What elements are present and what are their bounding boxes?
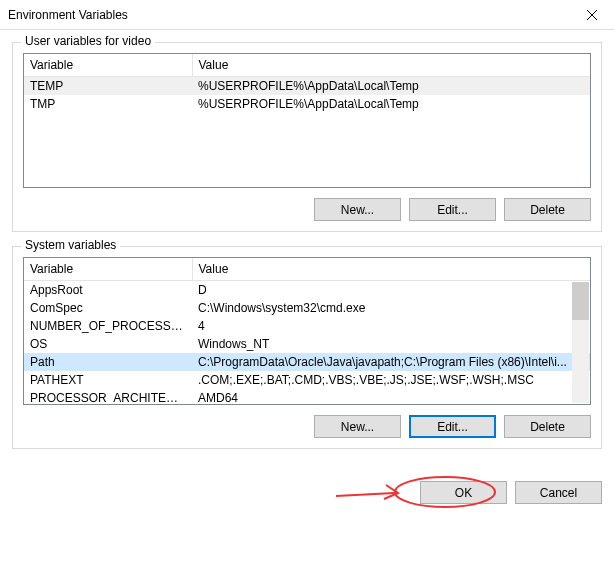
close-icon — [587, 10, 597, 20]
col-header-value[interactable]: Value — [192, 258, 590, 281]
col-header-variable[interactable]: Variable — [24, 258, 192, 281]
var-value-cell: D — [192, 281, 590, 300]
svg-line-2 — [336, 493, 394, 496]
col-header-value[interactable]: Value — [192, 54, 590, 77]
user-table-header-row[interactable]: Variable Value — [24, 54, 590, 77]
system-scrollbar[interactable] — [572, 282, 589, 403]
var-value-cell: .COM;.EXE;.BAT;.CMD;.VBS;.VBE;.JS;.JSE;.… — [192, 371, 590, 389]
system-variables-table[interactable]: Variable Value AppsRootDComSpecC:\Window… — [23, 257, 591, 405]
titlebar: Environment Variables — [0, 0, 614, 30]
window-title: Environment Variables — [8, 8, 569, 22]
system-group-label: System variables — [21, 238, 120, 252]
table-row[interactable]: ComSpecC:\Windows\system32\cmd.exe — [24, 299, 590, 317]
dialog-content: User variables for video Variable Value … — [0, 30, 614, 475]
system-buttons-row: New... Edit... Delete — [23, 415, 591, 438]
system-variables-group: System variables Variable Value AppsRoot… — [12, 246, 602, 449]
table-row[interactable]: NUMBER_OF_PROCESSORS4 — [24, 317, 590, 335]
ok-button[interactable]: OK — [420, 481, 507, 504]
close-button[interactable] — [569, 0, 614, 30]
table-row[interactable]: TEMP%USERPROFILE%\AppData\Local\Temp — [24, 77, 590, 96]
table-row[interactable]: PathC:\ProgramData\Oracle\Java\javapath;… — [24, 353, 590, 371]
user-variables-table[interactable]: Variable Value TEMP%USERPROFILE%\AppData… — [23, 53, 591, 188]
system-new-button[interactable]: New... — [314, 415, 401, 438]
table-row[interactable]: PROCESSOR_ARCHITECTUREAMD64 — [24, 389, 590, 405]
var-name-cell: AppsRoot — [24, 281, 192, 300]
var-value-cell: C:\ProgramData\Oracle\Java\javapath;C:\P… — [192, 353, 590, 371]
table-row[interactable]: PATHEXT.COM;.EXE;.BAT;.CMD;.VBS;.VBE;.JS… — [24, 371, 590, 389]
system-delete-button[interactable]: Delete — [504, 415, 591, 438]
col-header-variable[interactable]: Variable — [24, 54, 192, 77]
user-buttons-row: New... Edit... Delete — [23, 198, 591, 221]
var-name-cell: OS — [24, 335, 192, 353]
var-name-cell: ComSpec — [24, 299, 192, 317]
var-name-cell: Path — [24, 353, 192, 371]
var-value-cell: %USERPROFILE%\AppData\Local\Temp — [192, 95, 590, 113]
scrollbar-thumb[interactable] — [572, 282, 589, 320]
var-name-cell: PROCESSOR_ARCHITECTURE — [24, 389, 192, 405]
table-row[interactable]: OSWindows_NT — [24, 335, 590, 353]
var-value-cell: 4 — [192, 317, 590, 335]
var-name-cell: TEMP — [24, 77, 192, 96]
var-value-cell: AMD64 — [192, 389, 590, 405]
system-table-header-row[interactable]: Variable Value — [24, 258, 590, 281]
table-row[interactable]: TMP%USERPROFILE%\AppData\Local\Temp — [24, 95, 590, 113]
table-row[interactable]: AppsRootD — [24, 281, 590, 300]
var-name-cell: PATHEXT — [24, 371, 192, 389]
var-value-cell: %USERPROFILE%\AppData\Local\Temp — [192, 77, 590, 96]
var-name-cell: TMP — [24, 95, 192, 113]
user-delete-button[interactable]: Delete — [504, 198, 591, 221]
cancel-button[interactable]: Cancel — [515, 481, 602, 504]
var-value-cell: C:\Windows\system32\cmd.exe — [192, 299, 590, 317]
var-name-cell: NUMBER_OF_PROCESSORS — [24, 317, 192, 335]
user-variables-group: User variables for video Variable Value … — [12, 42, 602, 232]
user-group-label: User variables for video — [21, 34, 155, 48]
system-edit-button[interactable]: Edit... — [409, 415, 496, 438]
user-edit-button[interactable]: Edit... — [409, 198, 496, 221]
dialog-buttons: OK Cancel — [0, 475, 614, 504]
var-value-cell: Windows_NT — [192, 335, 590, 353]
user-new-button[interactable]: New... — [314, 198, 401, 221]
